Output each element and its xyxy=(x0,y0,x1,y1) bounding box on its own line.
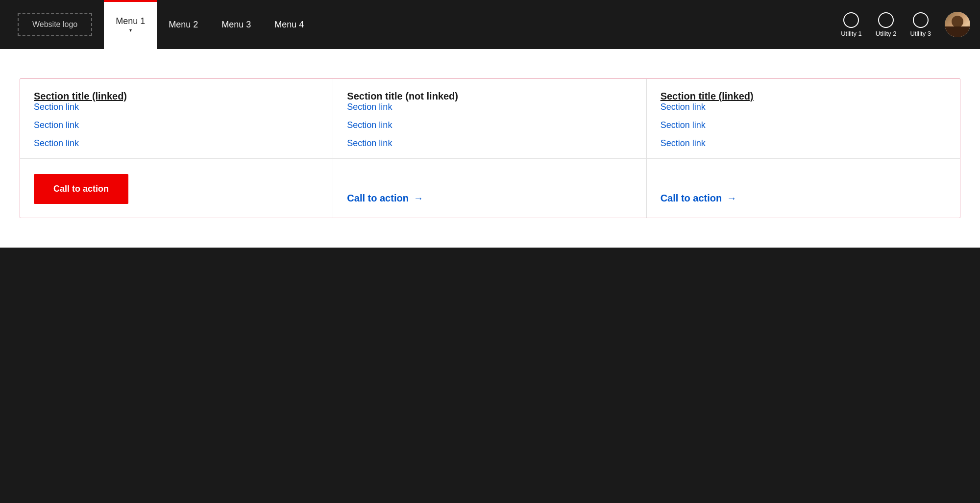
logo-area: Website logo xyxy=(10,0,100,49)
nav-utilities: Utility 1 Utility 2 Utility 3 xyxy=(841,0,970,49)
panel-col-1-bottom: Call to action xyxy=(20,159,333,218)
utility-1-icon xyxy=(843,12,859,28)
dropdown-panel: Section title (linked) Section link Sect… xyxy=(20,78,960,218)
website-logo[interactable]: Website logo xyxy=(18,13,92,36)
utility-3-icon xyxy=(913,12,929,28)
panel-col-3-bottom: Call to action → xyxy=(647,159,960,218)
cta-link-2[interactable]: Call to action → xyxy=(347,193,423,204)
nav-item-menu4[interactable]: Menu 4 xyxy=(263,0,316,49)
cta-button-1[interactable]: Call to action xyxy=(34,174,128,204)
user-avatar[interactable] xyxy=(945,12,970,37)
section-link-1-1[interactable]: Section link xyxy=(34,102,319,112)
section-link-1-3[interactable]: Section link xyxy=(34,138,319,149)
nav-item-menu1[interactable]: Menu 1 ▾ xyxy=(104,0,157,49)
panel-col-1: Section title (linked) Section link Sect… xyxy=(20,79,333,218)
panel-col-2-bottom: Call to action → xyxy=(333,159,646,218)
section-link-3-3[interactable]: Section link xyxy=(661,138,946,149)
utility-2-icon xyxy=(878,12,894,28)
chevron-down-icon: ▾ xyxy=(129,27,132,33)
utility-2[interactable]: Utility 2 xyxy=(876,12,897,37)
nav-item-menu2[interactable]: Menu 2 xyxy=(157,0,210,49)
section-title-1[interactable]: Section title (linked) xyxy=(34,91,127,101)
section-link-3-1[interactable]: Section link xyxy=(661,102,946,112)
section-link-2-1[interactable]: Section link xyxy=(347,102,632,112)
panel-col-2: Section title (not linked) Section link … xyxy=(333,79,646,218)
panel-col-3: Section title (linked) Section link Sect… xyxy=(647,79,960,218)
section-title-2: Section title (not linked) xyxy=(347,91,458,101)
utility-3[interactable]: Utility 3 xyxy=(910,12,931,37)
panel-col-2-top: Section title (not linked) Section link … xyxy=(333,79,646,159)
arrow-icon: → xyxy=(414,193,423,204)
section-link-3-2[interactable]: Section link xyxy=(661,120,946,130)
main-content: Section title (linked) Section link Sect… xyxy=(0,49,980,248)
navbar: Website logo Menu 1 ▾ Menu 2 Menu 3 Menu… xyxy=(0,0,980,49)
avatar-image xyxy=(945,12,970,37)
panel-col-1-top: Section title (linked) Section link Sect… xyxy=(20,79,333,159)
nav-item-menu3[interactable]: Menu 3 xyxy=(210,0,263,49)
section-title-3[interactable]: Section title (linked) xyxy=(661,91,754,101)
section-link-2-2[interactable]: Section link xyxy=(347,120,632,130)
utility-1[interactable]: Utility 1 xyxy=(841,12,862,37)
section-link-2-3[interactable]: Section link xyxy=(347,138,632,149)
footer xyxy=(0,248,980,306)
cta-link-3[interactable]: Call to action → xyxy=(661,193,737,204)
section-link-1-2[interactable]: Section link xyxy=(34,120,319,130)
panel-col-3-top: Section title (linked) Section link Sect… xyxy=(647,79,960,159)
arrow-icon: → xyxy=(727,193,736,204)
nav-menu: Menu 1 ▾ Menu 2 Menu 3 Menu 4 xyxy=(104,0,316,49)
